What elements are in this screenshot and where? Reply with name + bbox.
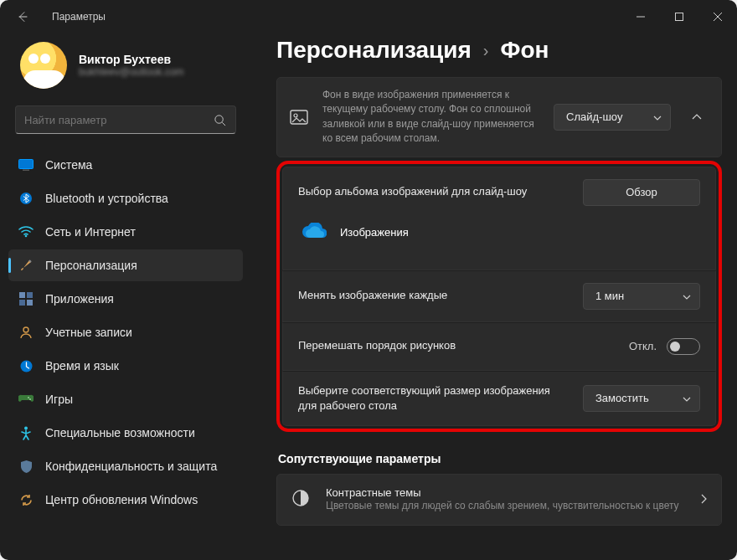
chevron-down-icon — [683, 290, 691, 302]
svg-point-1 — [214, 115, 222, 122]
interval-setting: Менять изображение каждые 1 мин — [282, 270, 716, 322]
nav-network[interactable]: Сеть и Интернет — [8, 216, 243, 248]
highlighted-settings-group: Выбор альбома изображений для слайд-шоу … — [276, 161, 722, 432]
search-box[interactable] — [15, 105, 236, 134]
nav-bluetooth[interactable]: Bluetooth и устройства — [8, 182, 243, 214]
sidebar: Виктор Бухтеев bukhteev@outlook.com Сист… — [0, 33, 251, 560]
nav-apps[interactable]: Приложения — [8, 283, 243, 315]
breadcrumb-root[interactable]: Персонализация — [276, 37, 472, 64]
svg-rect-2 — [19, 160, 34, 169]
nav-label: Конфиденциальность и защита — [45, 460, 217, 473]
interval-label: Менять изображение каждые — [298, 288, 570, 303]
svg-point-16 — [294, 114, 297, 117]
breadcrumb-page: Фон — [501, 37, 549, 64]
window-title: Параметры — [52, 11, 106, 23]
svg-rect-0 — [676, 13, 683, 21]
apps-icon — [18, 291, 34, 306]
nav-label: Система — [45, 158, 92, 172]
nav-label: Центр обновления Windows — [45, 493, 198, 506]
picture-icon — [289, 107, 309, 127]
chevron-down-icon — [653, 110, 662, 123]
nav-gaming[interactable]: Игры — [8, 383, 243, 415]
background-type-select[interactable]: Слайд-шоу — [554, 104, 671, 131]
shuffle-setting: Перемешать порядок рисунков Откл. — [282, 322, 716, 371]
nav-label: Bluetooth и устройства — [45, 192, 168, 205]
nav-accounts[interactable]: Учетные записи — [8, 316, 243, 348]
album-setting: Выбор альбома изображений для слайд-шоу … — [282, 167, 716, 270]
related-section-title: Сопутствующие параметры — [276, 444, 722, 474]
contrast-icon — [291, 488, 311, 511]
bluetooth-icon — [18, 191, 34, 206]
background-type-desc: Фон в виде изображения применяется к тек… — [322, 88, 540, 146]
svg-point-13 — [29, 398, 31, 400]
interval-select[interactable]: 1 мин — [583, 283, 700, 310]
update-icon — [18, 492, 34, 507]
select-value: Слайд-шоу — [566, 110, 622, 123]
contrast-title: Контрастные темы — [326, 486, 686, 499]
collapse-button[interactable] — [684, 105, 709, 130]
search-input[interactable] — [24, 114, 205, 126]
nav-personalization[interactable]: Персонализация — [8, 249, 243, 281]
maximize-button[interactable] — [660, 0, 698, 33]
album-name: Изображения — [340, 226, 409, 239]
nav-label: Время и язык — [45, 359, 119, 372]
person-icon — [18, 325, 34, 340]
nav-label: Сеть и Интернет — [45, 225, 136, 239]
titlebar: Параметры — [0, 0, 737, 33]
shuffle-state: Откл. — [629, 340, 657, 352]
select-value: 1 мин — [595, 290, 624, 302]
close-button[interactable] — [698, 0, 737, 33]
nav-system[interactable]: Система — [8, 149, 243, 181]
nav-list: Система Bluetooth и устройства Сеть и Ин… — [8, 149, 243, 516]
background-type-card: Фон в виде изображения применяется к тек… — [276, 77, 722, 157]
svg-rect-9 — [27, 300, 33, 306]
svg-point-10 — [23, 327, 28, 332]
nav-windows-update[interactable]: Центр обновления Windows — [8, 484, 243, 516]
nav-label: Игры — [45, 393, 73, 406]
shuffle-label: Перемешать порядок рисунков — [298, 338, 616, 353]
nav-accessibility[interactable]: Специальные возможности — [8, 417, 243, 449]
avatar — [20, 42, 67, 89]
contrast-subtitle: Цветовые темы для людей со слабым зрение… — [326, 499, 686, 513]
minimize-button[interactable] — [621, 0, 660, 33]
contrast-themes-card[interactable]: Контрастные темы Цветовые темы для людей… — [276, 474, 722, 526]
chevron-down-icon — [683, 392, 691, 404]
svg-point-5 — [25, 235, 28, 238]
profile-name: Виктор Бухтеев — [79, 53, 184, 66]
breadcrumb: Персонализация › Фон — [276, 33, 722, 77]
chevron-right-icon — [701, 492, 708, 507]
svg-rect-3 — [23, 170, 29, 172]
svg-rect-8 — [19, 300, 25, 306]
browse-button[interactable]: Обзор — [583, 179, 700, 206]
svg-point-12 — [28, 397, 29, 398]
nav-time-language[interactable]: Время и язык — [8, 350, 243, 382]
svg-point-14 — [24, 426, 28, 429]
display-icon — [18, 157, 34, 172]
nav-privacy[interactable]: Конфиденциальность и защита — [8, 450, 243, 482]
nav-label: Учетные записи — [45, 326, 132, 339]
settings-window: Параметры Виктор Бухтеев bukhteev@outloo… — [0, 0, 737, 560]
fit-label: Выберите соответствующий размер изображе… — [298, 383, 570, 414]
album-label: Выбор альбома изображений для слайд-шоу — [298, 184, 570, 199]
album-selected[interactable]: Изображения — [298, 223, 700, 243]
brush-icon — [18, 258, 34, 273]
nav-label: Специальные возможности — [45, 426, 195, 439]
search-icon — [212, 112, 227, 127]
nav-label: Приложения — [45, 292, 114, 306]
wifi-icon — [18, 224, 34, 239]
onedrive-icon — [302, 223, 327, 243]
main-content: Персонализация › Фон Фон в виде изображе… — [251, 33, 737, 560]
shuffle-toggle[interactable] — [667, 338, 700, 355]
nav-label: Персонализация — [45, 259, 137, 272]
back-button[interactable] — [10, 4, 35, 29]
chevron-right-icon: › — [483, 41, 489, 60]
fit-select[interactable]: Замостить — [583, 385, 700, 412]
accessibility-icon — [18, 425, 34, 440]
shield-icon — [18, 459, 34, 474]
svg-rect-7 — [27, 292, 33, 298]
svg-rect-6 — [19, 292, 25, 298]
fit-setting: Выберите соответствующий размер изображе… — [282, 371, 716, 426]
gamepad-icon — [18, 392, 34, 407]
profile-block[interactable]: Виктор Бухтеев bukhteev@outlook.com — [8, 33, 243, 102]
select-value: Замостить — [595, 392, 649, 404]
